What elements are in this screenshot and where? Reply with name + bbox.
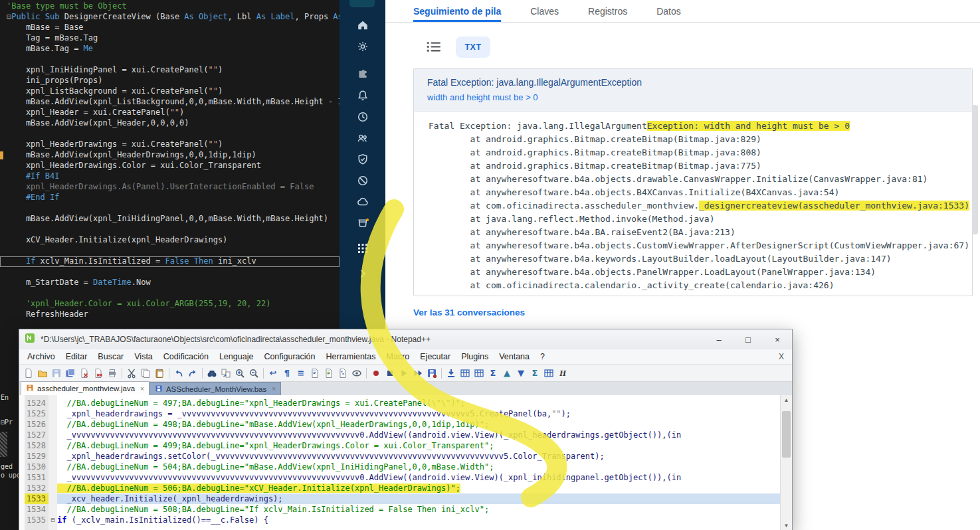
zoom-out-icon[interactable] [247,367,260,380]
folder-workspace-icon[interactable] [336,367,349,380]
formatted-view-icon[interactable] [427,41,441,55]
save-all-icon[interactable] [64,367,77,380]
stack-trace[interactable]: Fatal Exception: java.lang.IllegalArgume… [414,121,972,294]
table-icon-1[interactable] [458,367,472,380]
b4a-code-line: xCV_Header.Initialize(xpnl_HeaderDrawing… [0,235,340,246]
crash-tab-claves[interactable]: Claves [530,0,559,22]
tab-close-icon[interactable]: × [272,385,276,393]
replace-icon[interactable] [219,367,233,380]
menu-buscar[interactable]: Buscar [92,352,129,361]
conversations-link[interactable]: Ver las 31 conversaciones [413,308,525,317]
show-symbols-icon[interactable]: ¶ [280,367,294,380]
scroll-up-arrow[interactable]: ▲ [781,395,792,405]
sort-desc-icon[interactable]: ▼ [514,367,528,380]
menu-vista[interactable]: Vista [129,352,158,361]
close-button[interactable]: × [763,329,792,349]
sort-asc-icon[interactable]: ▲ [500,367,514,380]
update-download-icon[interactable] [444,367,458,380]
clock-icon[interactable] [340,106,385,128]
block-icon[interactable] [340,170,385,191]
menu-codificación[interactable]: Codificación [158,352,214,361]
notepadpp-titlebar[interactable]: *D:\Users\jc\_TRABAJOS\facturaone\Object… [19,329,792,349]
cut-icon[interactable] [125,367,138,380]
tab-close-icon[interactable]: × [140,385,144,393]
open-folder-icon[interactable] [36,367,49,380]
crash-exception-title: Fatal Exception: java.lang.IllegalArgume… [427,77,959,88]
print-icon[interactable] [106,367,119,380]
menubar-close-icon[interactable]: X [779,352,784,361]
line-number: 1535 [25,515,49,525]
raw-text-toggle-button[interactable]: TXT [456,37,490,58]
crash-tab-registros[interactable]: Registros [588,0,627,22]
products-grid-icon[interactable] [340,238,385,259]
find-icon[interactable] [205,367,219,380]
zoom-in-icon[interactable] [233,367,246,380]
run-macro-multi-icon[interactable] [411,367,425,380]
save-icon[interactable] [50,367,63,380]
sidebar-active-item-partial[interactable] [349,0,375,7]
new-file-icon[interactable] [22,367,35,380]
redo-icon[interactable] [186,367,199,380]
html-preview-icon[interactable]: H [556,367,569,380]
crash-tab-datos[interactable]: Datos [656,0,681,22]
extensions-puzzle-icon[interactable] [340,64,385,85]
undo-icon[interactable] [172,367,185,380]
paste-icon[interactable] [153,367,166,380]
copy-icon[interactable] [139,367,152,380]
line-number: 1528 [25,440,49,451]
scrollbar-thumb[interactable] [782,411,791,458]
menu-ventana[interactable]: Ventana [494,352,535,361]
app-check-shield-icon[interactable] [340,149,385,170]
code-line: //BA.debugLineNum = 498;BA.debugLine="mB… [57,419,780,430]
maximize-button[interactable]: □ [734,329,763,349]
menu-editar[interactable]: Editar [60,352,93,361]
table-icon-2[interactable] [472,367,486,380]
settings-gear-icon[interactable] [340,36,385,57]
sum-icon[interactable]: Σ [486,367,500,380]
save-macro-icon[interactable] [425,367,439,380]
stop-macro-icon[interactable] [383,367,397,380]
cloud-icon[interactable] [340,191,385,213]
b4a-code-line: xpnl_HeaderDrawings = xui.CreatePanel(""… [0,139,340,150]
fold-collapse-icon[interactable]: ⊟ [49,515,57,525]
menu-ejecutar[interactable]: Ejecutar [415,352,456,361]
grid2-icon[interactable] [542,367,555,380]
menu-plugins[interactable]: Plugins [456,352,494,361]
close-file-icon[interactable] [78,367,91,380]
home-icon[interactable] [340,15,385,36]
sum2-icon[interactable]: Σ [528,367,541,380]
monitor-icon[interactable] [350,367,363,380]
code-editor[interactable]: //BA.debugLineNum = 497;BA.debugLine="xp… [57,395,780,530]
b4a-code-line: ini_props(Props) [0,76,340,86]
menu-configuración[interactable]: Configuración [258,352,320,361]
menu-macro[interactable]: Macro [381,352,415,361]
b4a-code-line: mBase.Tag = Me [0,44,340,54]
alerts-bell-icon[interactable] [340,85,385,106]
doc-map-icon[interactable] [308,367,322,380]
close-all-icon[interactable] [92,367,105,380]
record-macro-icon[interactable] [369,367,383,380]
tab-asscheduler-monthview-java[interactable]: asscheduler_monthview.java × [21,381,149,395]
users-icon[interactable] [340,128,385,149]
word-wrap-icon[interactable]: ↩ [266,367,280,380]
editor-vertical-scrollbar[interactable]: ▲ ▼ [780,395,792,530]
menu-archivo[interactable]: Archivo [22,352,60,361]
menu-?[interactable]: ? [535,352,550,361]
minimize-button[interactable]: – [704,329,734,349]
menu-lenguaje[interactable]: Lenguaje [214,352,258,361]
storage-bucket-icon[interactable] [340,213,385,234]
function-list-icon[interactable] [322,367,336,380]
bookmark-margin[interactable] [19,395,25,530]
expand-chevron-icon[interactable] [340,263,385,284]
tab-asscheduler-monthview-bas[interactable]: ASScheduler_MonthView.bas × [149,382,281,395]
indent-guide-icon[interactable]: ≡ [294,367,308,380]
b4a-code-area[interactable]: 'Base type must be Object⊟Public Sub Des… [0,0,340,320]
page-scrollbar[interactable] [972,105,978,234]
menu-herramientas[interactable]: Herramientas [321,352,381,361]
stack-line: at anywheresoftware.b4a.objects.CustomVi… [429,240,972,254]
crash-tab-seguimiento-de-pila[interactable]: Seguimiento de pila [413,0,501,22]
fold-margin[interactable]: ⊟ [49,395,57,530]
line-number: 1526 [25,419,49,430]
play-macro-icon[interactable] [397,367,411,380]
scroll-down-arrow[interactable]: ▼ [781,521,792,530]
